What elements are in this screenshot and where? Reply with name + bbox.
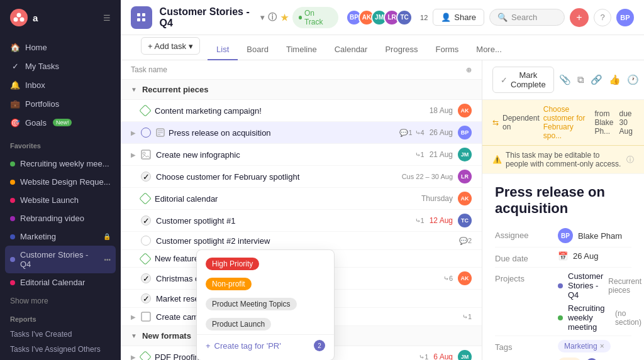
tab-board[interactable]: Board [238,40,277,60]
task-check-diamond[interactable] [139,192,152,205]
tab-bar: + Add task ▾ List Board Timeline Calenda… [121,35,644,60]
assignee-value[interactable]: BP Blake Pham [558,228,631,243]
sidebar-item-recruiting[interactable]: Recruiting weekly mee... [5,155,116,173]
tag-option-product-launch[interactable]: Product Launch [197,314,334,334]
remove-tag-icon[interactable]: × [600,342,604,351]
task-check-circle-checked[interactable]: ✓ [141,293,151,303]
paperclip-icon[interactable]: 📎 [559,74,571,85]
task-date: Cus 22 – 30 Aug [402,173,453,180]
info-icon[interactable]: ⓘ [268,12,277,23]
add-task-button[interactable]: + Add task ▾ [141,37,200,55]
table-row[interactable]: ✓ Customer spotlight #1 ⤷1 12 Aug TC [121,210,482,232]
table-row[interactable]: Content marketing campaign! 18 Aug AK [121,100,482,122]
tag-marketing[interactable]: Marketing × [558,340,611,352]
sidebar-item-website-design[interactable]: Website Design Reque... [5,173,116,191]
tag-option-high-priority[interactable]: High Priority [197,254,334,274]
user-avatar[interactable]: BP [616,9,634,26]
sidebar-item-portfolios[interactable]: 💼 Portfolios [5,94,116,113]
show-more-button[interactable]: Show more [0,294,121,308]
lock-icon: 🔒 [103,233,111,240]
svg-point-1 [14,18,18,22]
tab-list[interactable]: List [208,40,238,60]
reports-item-tasks-assigned[interactable]: Tasks I've Assigned Others [5,342,116,357]
sidebar-item-editorial[interactable]: Editorial Calendar [5,273,116,292]
expand-icon[interactable]: ▶ [131,314,141,320]
tab-timeline[interactable]: Timeline [277,40,326,60]
project1-row[interactable]: Customer Stories - Q4 Recurrent pieces ▾ [558,271,644,300]
tab-forms[interactable]: Forms [426,40,467,60]
help-button[interactable]: ? [594,9,611,26]
table-row[interactable]: Editorial calendar Thursday AK [121,188,482,210]
table-row[interactable]: ▶ Create new infographic ⤷1 21 Aug JM [121,144,482,166]
task-check-diamond[interactable] [139,351,152,360]
toolbar-icons: 📎 ⧉ 🔗 👍 🕐 ••• ⤢ [559,74,644,85]
task-subtask-icon: ⤷6 [443,275,453,283]
sidebar-item-inbox[interactable]: 🔔 Inbox [5,75,116,94]
detail-title[interactable]: Press release on acquisition [482,174,644,222]
project2-row[interactable]: Recruiting weekly meeting (no section) ▾ [558,303,644,332]
reports-item-recently-completed[interactable]: Recently Completed Tasks [5,357,116,360]
sort-icon[interactable]: ⊕ [466,66,472,74]
table-row[interactable]: ✓ Choose customer for February spotlight… [121,166,482,188]
tag-option-non-profit[interactable]: Non-profit [197,274,334,294]
on-track-label: On Track [304,9,332,26]
reports-item-tasks-created[interactable]: Tasks I've Created [5,327,116,342]
tag-pr[interactable]: PR [558,357,581,360]
sidebar-label-home: Home [25,43,47,52]
table-row[interactable]: Customer spotlight #2 interview 💬2 High … [121,232,482,250]
sidebar-menu-icon[interactable]: ☰ [103,13,111,23]
sidebar-item-marketing[interactable]: Marketing 🔒 [5,227,116,246]
tab-progress[interactable]: Progress [376,40,426,60]
link-icon[interactable]: 🔗 [591,74,602,85]
task-check-circle-checked[interactable]: ✓ [141,172,151,182]
projects-label: Projects [495,271,558,283]
dep-link[interactable]: Choose customer for February spo... [543,105,591,140]
section-chevron-icon[interactable]: ▼ [131,332,137,339]
task-avatar: JM [458,148,472,161]
mark-complete-button[interactable]: ✓ Mark Complete [492,67,554,93]
warning-text: This task may be editable to people with… [506,151,623,168]
target-icon: 🎯 [10,117,20,128]
expand-icon[interactable]: ▶ [131,151,141,158]
task-check-diamond[interactable] [139,104,152,117]
table-row[interactable]: ▶ Press release on acquisition 💬1 ⤷4 26 … [121,122,482,144]
check-icon: ✓ [10,61,20,71]
warning-info-icon[interactable]: ⓘ [626,155,634,165]
tab-more[interactable]: More... [467,40,510,60]
sidebar-logo: a ☰ [0,0,121,35]
tab-calendar[interactable]: Calendar [326,40,377,60]
clock-icon[interactable]: 🕐 [627,74,639,85]
due-date-value[interactable]: 📅 26 Aug [558,251,631,261]
copy-icon[interactable]: ⧉ [577,74,584,85]
task-check-circle[interactable] [141,236,151,246]
task-check-circle-checked[interactable]: ✓ [141,215,151,226]
task-date: Thursday [421,194,453,203]
task-check-circle-checked[interactable]: ✓ [141,273,151,283]
tag-option-product-meeting[interactable]: Product Meeting Topics [197,294,334,314]
task-name: Content marketing campaign! [155,106,425,116]
expand-icon[interactable]: ▶ [131,129,141,136]
favorite-dot-icon [10,234,15,239]
star-icon[interactable]: ★ [280,13,289,23]
sidebar-item-website-launch[interactable]: Website Launch [5,191,116,209]
sidebar-item-home[interactable]: 🏠 Home [5,38,116,57]
sidebar-item-customer-stories[interactable]: Customer Stories - Q4 ••• [5,246,116,273]
task-check-circle[interactable] [141,128,151,138]
sidebar-item-goals[interactable]: 🎯 Goals New! [5,113,116,132]
on-track-badge[interactable]: On Track [292,7,338,28]
sidebar-item-my-tasks[interactable]: ✓ My Tasks [5,57,116,75]
dropdown-icon[interactable]: ▾ [189,41,193,51]
create-tag-button[interactable]: + Create tag for 'PR' 2 [197,334,334,356]
chevron-down-icon[interactable]: ▾ [260,13,264,22]
thumbsup-icon[interactable]: 👍 [609,74,621,85]
check-icon: ✓ [501,75,508,85]
sidebar-item-rebranding[interactable]: Rebranding video [5,209,116,227]
more-icon[interactable]: ••• [104,256,111,263]
task-check-diamond[interactable] [139,253,152,265]
share-button[interactable]: 👤 Share [433,9,484,26]
section-chevron-icon[interactable]: ▼ [131,86,137,93]
project-dot-icon [558,283,563,288]
search-box[interactable]: 🔍 Search [489,9,565,26]
add-button[interactable]: + [570,8,589,27]
task-type-icon [141,150,151,160]
